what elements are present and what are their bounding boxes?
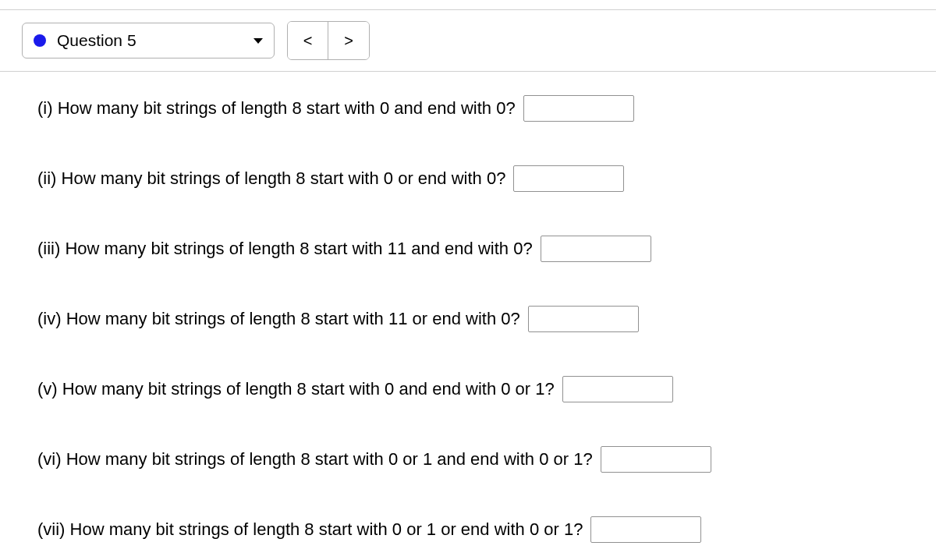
toolbar: Question 5 < > [0,10,936,72]
answer-input-1[interactable] [523,95,634,122]
questions-area: (i) How many bit strings of length 8 sta… [0,72,936,543]
nav-button-group: < > [287,21,370,60]
question-row: (vi) How many bit strings of length 8 st… [37,446,936,473]
question-text: (vi) How many bit strings of length 8 st… [37,449,593,470]
question-text: (iv) How many bit strings of length 8 st… [37,309,520,329]
question-selector-label: Question 5 [57,31,136,50]
prev-button[interactable]: < [288,22,328,59]
question-row: (iv) How many bit strings of length 8 st… [37,306,936,332]
question-text: (v) How many bit strings of length 8 sta… [37,379,555,399]
next-button[interactable]: > [328,22,369,59]
question-text: (i) How many bit strings of length 8 sta… [37,98,516,119]
answer-input-3[interactable] [541,236,651,262]
question-row: (v) How many bit strings of length 8 sta… [37,376,936,402]
question-text: (vii) How many bit strings of length 8 s… [37,519,583,540]
answer-input-7[interactable] [590,516,701,543]
question-text: (ii) How many bit strings of length 8 st… [37,168,505,189]
question-row: (ii) How many bit strings of length 8 st… [37,165,936,192]
question-selector-dropdown[interactable]: Question 5 [22,23,275,58]
question-row: (iii) How many bit strings of length 8 s… [37,236,936,262]
question-row: (i) How many bit strings of length 8 sta… [37,95,936,122]
question-text: (iii) How many bit strings of length 8 s… [37,239,533,259]
answer-input-4[interactable] [528,306,639,332]
status-dot-icon [34,34,46,47]
question-row: (vii) How many bit strings of length 8 s… [37,516,936,543]
answer-input-6[interactable] [601,446,711,473]
answer-input-5[interactable] [562,376,673,402]
chevron-left-icon: < [303,32,313,50]
answer-input-2[interactable] [513,165,624,192]
question-selector-content: Question 5 [34,31,136,50]
chevron-right-icon: > [344,32,353,50]
chevron-down-icon [254,38,263,44]
